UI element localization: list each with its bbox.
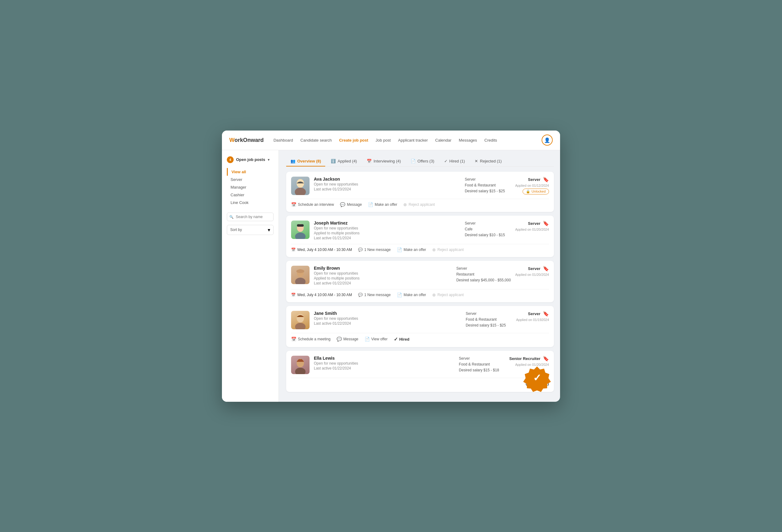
tab-offers[interactable]: 📄 Offers (3): [406, 156, 439, 166]
nav-calendar[interactable]: Calendar: [435, 138, 452, 143]
schedule-interview-btn-ava[interactable]: 📅 Schedule an interview: [291, 202, 334, 207]
message-label: Message: [347, 202, 362, 207]
candidate-meta2-emily: Last active 01/22/2024: [314, 281, 452, 286]
tab-interviewing[interactable]: 📅 Interviewing (4): [362, 156, 405, 166]
view-offer-label-jane: View offer: [371, 337, 388, 341]
nav-credits[interactable]: Credits: [485, 138, 497, 143]
new-message-joseph[interactable]: 💬 1 New message: [358, 248, 391, 252]
reject-btn-joseph[interactable]: ⊗ Reject applicant: [432, 247, 464, 252]
nav-create-job-post[interactable]: Create job post: [339, 138, 368, 143]
tab-applied-icon: ℹ️: [331, 159, 336, 163]
reject-label-emily: Reject applicant: [437, 293, 464, 297]
card-right-jane: Server 🔖 Applied on 01/192024: [516, 311, 549, 321]
candidate-name-ava: Ava Jackson: [314, 177, 460, 182]
tab-applied[interactable]: ℹ️ Applied (4): [326, 156, 361, 166]
candidate-card-jane: Jane Smith Open for new opportunities La…: [286, 306, 554, 347]
sidebar-item-server[interactable]: Server: [227, 176, 274, 183]
make-offer-btn-emily[interactable]: 📄 Make an offer: [397, 293, 426, 297]
industry-ella: Food & Restaurant: [459, 362, 505, 367]
document-icon-emily: 📄: [397, 293, 402, 297]
position-joseph: Server: [528, 221, 540, 226]
candidate-name-ella: Ella Lewis: [314, 356, 455, 360]
industry-emily: Restaurant: [456, 271, 510, 277]
sort-by-dropdown[interactable]: Sort by ▾: [227, 225, 274, 235]
tab-overview[interactable]: 👥 Overview (8): [286, 156, 325, 166]
sidebar-item-cashier[interactable]: Cashier: [227, 191, 274, 199]
candidate-name-jane: Jane Smith: [314, 311, 461, 316]
calendar-icon-joseph: 📅: [291, 248, 296, 252]
nav-messages[interactable]: Messages: [459, 138, 477, 143]
candidate-status-emily: Open for new opportunities: [314, 271, 452, 275]
unlocked-label: Unlocked: [531, 190, 546, 193]
candidate-card-ella: Ella Lewis Open for new opportunities La…: [286, 351, 554, 392]
candidate-status-jane: Open for new opportunities: [314, 316, 461, 321]
candidate-card-emily: Emily Brown Open for new opportunities A…: [286, 261, 554, 302]
bookmark-icon-ava[interactable]: 🔖: [543, 177, 549, 183]
position-ava: Server: [528, 177, 540, 182]
schedule-meeting-btn-jane[interactable]: 📅 Schedule a meeting: [291, 337, 330, 342]
reject-btn-emily[interactable]: ⊗ Reject applicant: [432, 293, 464, 297]
calendar-icon-jane: 📅: [291, 337, 296, 342]
sidebar-item-line-cook[interactable]: Line Cook: [227, 199, 274, 206]
candidate-name-emily: Emily Brown: [314, 266, 452, 271]
new-message-emily[interactable]: 💬 1 New message: [358, 293, 391, 297]
nav-applicant-tracker[interactable]: Applicant tracker: [398, 138, 428, 143]
svg-rect-5: [297, 224, 304, 227]
tab-overview-icon: 👥: [290, 159, 295, 163]
salary-ava: Desired salary $15 - $25: [465, 188, 511, 194]
bookmark-icon-jane[interactable]: 🔖: [543, 311, 549, 317]
avatar-svg-ava: [291, 177, 310, 195]
hired-label: Hired: [399, 337, 410, 342]
message-btn-jane[interactable]: 💬 Message: [336, 337, 358, 342]
message-icon-jane: 💬: [336, 337, 342, 342]
document-icon-joseph: 📄: [397, 247, 402, 252]
x-circle-icon: ⊗: [403, 202, 407, 207]
avatar-svg-joseph: [291, 221, 310, 239]
card-actions-joseph: 📅 Wed, July 4 10:00 AM - 10:30 AM 💬 1 Ne…: [291, 244, 549, 252]
sidebar-item-view-all[interactable]: View all: [228, 168, 274, 176]
make-offer-label-joseph: Make an offer: [403, 248, 426, 252]
tab-rejected-label: Rejected (1): [480, 159, 502, 163]
x-circle-icon-emily: ⊗: [432, 293, 436, 297]
reject-btn-ava[interactable]: ⊗ Reject applicant: [403, 202, 435, 207]
nav-dashboard[interactable]: Dashboard: [274, 138, 293, 143]
card-top-ella: Ella Lewis Open for new opportunities La…: [291, 356, 549, 374]
interview-time-joseph: 📅 Wed, July 4 10:00 AM - 10:30 AM: [291, 248, 352, 252]
search-input[interactable]: [227, 213, 274, 221]
candidate-meta-jane: Last active 01/22/2024: [314, 321, 461, 326]
job-details-joseph: Server Cafe Desired salary $10 - $15: [465, 221, 511, 238]
card-actions-jane: 📅 Schedule a meeting 💬 Message 📄 View of…: [291, 333, 549, 342]
message-btn-ava[interactable]: 💬 Message: [340, 202, 362, 207]
card-right-emily: Server 🔖 Applied on 01/20/2024: [515, 266, 549, 276]
sidebar-item-manager[interactable]: Manager: [227, 183, 274, 191]
card-right-ava: Server 🔖 Applied on 01/12/2024 🔒 Unlocke…: [515, 177, 549, 194]
tab-hired[interactable]: ✓ Hired (1): [440, 156, 469, 166]
avatar-ava: [291, 177, 310, 195]
svg-point-1: [295, 188, 306, 195]
new-message-label-emily: 1 New message: [364, 293, 391, 297]
nav-job-post[interactable]: Job post: [376, 138, 391, 143]
bookmark-icon-joseph[interactable]: 🔖: [543, 221, 549, 226]
tab-hired-icon: ✓: [444, 159, 448, 163]
verified-badge: ✓: [523, 365, 551, 392]
message-icon-emily: 💬: [358, 293, 363, 297]
tab-overview-label: Overview (8): [297, 159, 321, 163]
svg-point-4: [295, 232, 306, 239]
calendar-icon: 📅: [291, 202, 296, 207]
message-icon-joseph: 💬: [358, 248, 363, 252]
candidate-status-ava: Open for new opportunities: [314, 182, 460, 186]
bookmark-outline-icon-ella[interactable]: 🔖: [543, 356, 549, 362]
make-offer-btn-joseph[interactable]: 📄 Make an offer: [397, 247, 426, 252]
tab-hired-label: Hired (1): [450, 159, 465, 163]
tab-rejected[interactable]: ✕ Rejected (1): [470, 156, 506, 166]
card-top-emily: Emily Brown Open for new opportunities A…: [291, 266, 549, 286]
bookmark-icon-emily[interactable]: 🔖: [543, 266, 549, 271]
make-offer-btn-ava[interactable]: 📄 Make an offer: [368, 202, 397, 207]
check-circle-icon: ✓: [394, 336, 398, 342]
candidate-meta1-emily: Applied to multiple positions: [314, 276, 452, 280]
card-top: Ava Jackson Open for new opportunities L…: [291, 177, 549, 195]
nav-candidate-search[interactable]: Candidate search: [300, 138, 332, 143]
user-avatar[interactable]: 👤: [542, 135, 553, 146]
candidate-meta-ella: Last active 01/22/2024: [314, 366, 455, 371]
view-offer-btn-jane[interactable]: 📄 View offer: [364, 337, 388, 342]
